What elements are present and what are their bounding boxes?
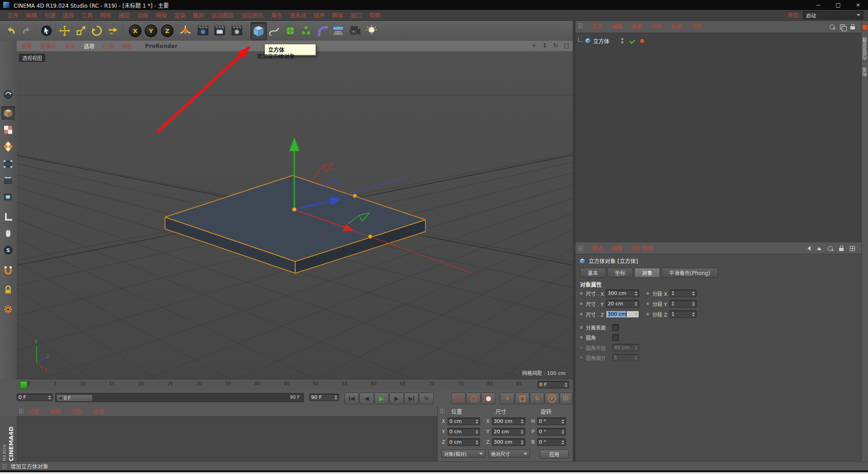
position-z-field[interactable]: 0 cm [448,438,480,446]
menu-file[interactable]: 文件 [4,11,22,19]
am-menu-mode[interactable]: 模式 [592,244,603,252]
om-menu-file[interactable]: 文件 [592,22,603,30]
menu-select[interactable]: 选择 [59,11,78,19]
menu-render[interactable]: 渲染 [170,11,189,19]
move-tool-button[interactable] [57,22,72,39]
live-selection-button[interactable] [39,22,54,39]
add-deformer-button[interactable] [315,22,330,39]
workplane-settings-button[interactable] [1,303,15,316]
dock-tab-icon[interactable] [862,24,868,30]
play-button[interactable]: ▶ [374,393,389,404]
go-to-start-button[interactable]: ◀ [344,393,359,404]
menu-animate[interactable]: 动画 [133,11,152,19]
texture-mode-button[interactable] [1,123,15,137]
lock-x-button[interactable]: X [127,22,143,39]
material-list-area[interactable] [17,416,437,462]
tab-coord[interactable]: 坐标 [607,268,633,278]
keyframe-circle-icon[interactable] [579,312,584,317]
interface-dropdown[interactable]: 启动 [803,11,863,19]
keyframe-circle-icon[interactable] [646,302,650,306]
timeline-range-slider[interactable]: ◀ 0 F 90 F [55,393,304,402]
lock-y-button[interactable]: Y [143,22,159,39]
size-x-input[interactable]: 300 cm [606,289,639,297]
spinner-arrows[interactable] [563,383,567,387]
vp-menu-prorender[interactable]: ProRender [145,43,178,49]
position-x-field[interactable]: 0 cm [448,417,480,425]
redo-button[interactable] [19,22,34,39]
history-up-icon[interactable] [817,247,821,250]
add-array-button[interactable] [298,22,314,39]
mat-menu-texture[interactable]: 纹理 [93,408,104,415]
vp-menu-panel[interactable]: 面板 [122,42,132,50]
lock-icon[interactable] [839,248,844,251]
visibility-dots-icon[interactable] [621,38,623,43]
enable-axis-button[interactable] [1,210,15,223]
key-scale-button[interactable] [515,393,529,404]
key-parameter-button[interactable]: P [545,393,559,404]
rotate-tool-button[interactable] [89,22,104,39]
points-mode-button[interactable] [1,157,15,171]
menu-edit[interactable]: 编辑 [22,11,41,19]
vp-menu-options[interactable]: 选项 [84,42,94,50]
maximize-button[interactable]: □ [828,0,848,10]
render-picture-viewer-button[interactable] [212,22,227,39]
snap-magnet-button[interactable] [1,264,15,277]
current-frame-field[interactable]: 0 F [17,393,53,401]
add-subdivision-surface-button[interactable] [283,22,298,39]
close-button[interactable]: × [848,0,868,10]
menu-window[interactable]: 窗口 [347,11,366,19]
workplane-mode-button[interactable] [1,140,15,153]
am-menu-userdata[interactable]: 用户数据 [632,244,653,252]
coordinate-system-button[interactable] [178,22,193,39]
loop-button[interactable]: ↻ [419,393,434,404]
object-row-cube[interactable]: 立方体 [578,37,644,45]
am-menu-edit[interactable]: 编辑 [612,244,623,252]
segments-z-input[interactable]: 1 [670,310,697,318]
segments-x-input[interactable]: 1 [670,289,697,297]
timeline-layout-button[interactable] [560,393,572,404]
minimize-button[interactable]: − [808,0,828,10]
layers-icon[interactable] [840,24,845,29]
menu-create[interactable]: 创建 [41,11,59,19]
om-menu-edit[interactable]: 编辑 [612,22,623,30]
range-start-grabber[interactable]: ◀ 0 F [57,394,93,402]
add-cube-button[interactable] [250,22,267,40]
undo-button[interactable] [3,22,19,39]
vp-menu-view[interactable]: 查看 [21,42,32,50]
lock-icon[interactable] [850,26,855,29]
object-name[interactable]: 立方体 [593,37,609,45]
zoom-view-icon[interactable]: ↕ [541,42,548,49]
menu-mograph[interactable]: 运动图形 [237,11,267,19]
viewport-canvas[interactable]: Y Z X 透视视图 网格间距 : 100 cm [17,52,573,379]
keyframe-circle-icon[interactable] [646,312,650,317]
panel-drag-handle[interactable] [2,464,7,469]
position-y-field[interactable]: 0 cm [448,428,480,436]
add-camera-button[interactable] [347,22,363,39]
separate-surfaces-checkbox[interactable] [612,324,619,331]
om-menu-view[interactable]: 查看 [632,22,642,30]
last-tool-button[interactable] [105,22,121,39]
menu-plugins[interactable]: 插件 [310,11,329,19]
grid-icon[interactable] [850,246,855,251]
ruler-frame-spinner[interactable]: 0 F [538,381,569,389]
lock-z-button[interactable]: Z [160,22,175,39]
playhead-marker[interactable] [20,381,27,389]
menu-character[interactable]: 角色 [267,11,286,19]
size-mode-dropdown[interactable]: 绝对尺寸 [488,450,530,458]
viewport-scene[interactable]: Y Z X [17,52,573,379]
go-to-end-button[interactable]: ▶ [404,393,419,404]
rotate-view-icon[interactable]: ↻ [552,42,559,49]
search-icon[interactable] [828,246,833,251]
spinner-arrows[interactable] [333,395,337,400]
enabled-check-icon[interactable] [629,38,635,44]
size-x-field[interactable]: 300 cm [492,417,525,425]
add-spline-button[interactable] [266,22,282,39]
object-list[interactable]: 立方体 [576,33,861,243]
panel-drag-handle[interactable] [440,408,444,414]
spinner-arrows[interactable] [47,395,51,400]
size-z-input[interactable]: 300 cm [606,310,639,318]
previous-frame-button[interactable]: ◀ [359,393,374,404]
om-menu-objects[interactable]: 对象 [651,22,662,30]
size-y-input[interactable]: 20 cm [606,300,639,308]
dock-tab-content-browser[interactable]: 内容浏览器 [862,38,868,60]
